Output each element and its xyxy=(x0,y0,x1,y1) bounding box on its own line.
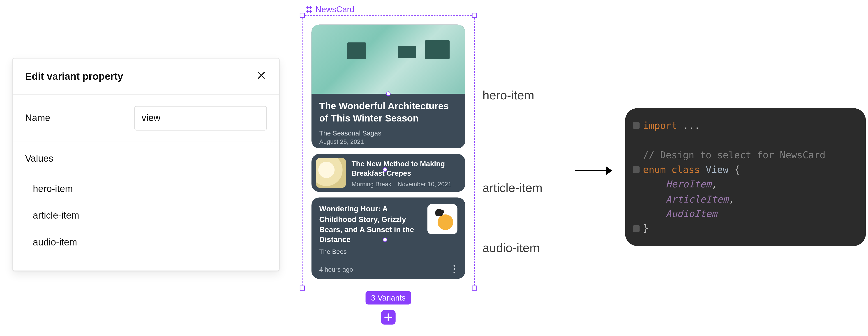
code-line: ArticleItem, xyxy=(631,192,860,206)
article-date: November 10, 2021 xyxy=(398,180,452,188)
hero-image xyxy=(311,25,465,94)
audio-title: Wondering Hour: A Childhood Story, Grizz… xyxy=(319,204,422,245)
article-source: Morning Break xyxy=(352,180,392,188)
annotation-audio: audio-item xyxy=(483,241,540,255)
more-icon[interactable] xyxy=(452,263,458,276)
value-item[interactable]: audio-item xyxy=(25,229,267,256)
audio-time: 4 hours ago xyxy=(319,266,353,273)
newscard-hero-variant[interactable]: The Wonderful Architectures of This Wint… xyxy=(311,25,465,148)
annotation-hero: hero-item xyxy=(483,88,534,103)
hero-date: August 25, 2021 xyxy=(319,138,458,145)
close-icon[interactable] xyxy=(256,70,267,83)
gutter-icon xyxy=(633,122,640,129)
article-thumbnail xyxy=(316,158,346,188)
audio-source: The Bees xyxy=(319,248,458,255)
selection-handle[interactable] xyxy=(300,286,305,290)
component-label[interactable]: NewsCard xyxy=(305,4,475,14)
code-line: } xyxy=(631,221,860,236)
selection-dot-icon[interactable] xyxy=(386,91,391,96)
code-line: enum class View { xyxy=(631,162,860,177)
audio-thumbnail xyxy=(427,204,457,234)
component-canvas: NewsCard The Wonderful Architectures of … xyxy=(302,4,475,288)
value-item[interactable]: hero-item xyxy=(25,176,267,202)
article-title: The New Method to Making Breakfast Crepe… xyxy=(352,159,461,178)
selection-handle[interactable] xyxy=(472,286,477,290)
value-item[interactable]: article-item xyxy=(25,202,267,229)
gutter-icon xyxy=(633,225,640,232)
arrow-icon xyxy=(574,165,613,176)
hero-source: The Seasonal Sagas xyxy=(319,130,458,138)
panel-title: Edit variant property xyxy=(25,71,123,82)
code-line: // Design to select for NewsCard xyxy=(631,148,860,162)
code-line xyxy=(631,133,860,148)
newscard-article-variant[interactable]: The New Method to Making Breakfast Crepe… xyxy=(311,154,465,192)
code-snippet: import ... // Design to select for NewsC… xyxy=(625,108,866,246)
gutter-icon xyxy=(633,166,640,173)
variants-badge[interactable]: 3 Variants xyxy=(365,291,411,304)
code-line: AudioItem xyxy=(631,206,860,221)
annotation-article: article-item xyxy=(483,180,542,195)
selection-handle[interactable] xyxy=(472,13,477,18)
name-label: Name xyxy=(25,113,123,124)
code-line: HeroItem, xyxy=(631,177,860,192)
edit-variant-panel: Edit variant property Name Values hero-i… xyxy=(12,58,280,271)
selection-handle[interactable] xyxy=(300,13,305,18)
hero-title: The Wonderful Architectures of This Wint… xyxy=(319,101,458,125)
values-heading: Values xyxy=(25,153,267,164)
newscard-audio-variant[interactable]: Wondering Hour: A Childhood Story, Grizz… xyxy=(311,198,465,279)
component-name: NewsCard xyxy=(315,4,354,14)
component-frame[interactable]: The Wonderful Architectures of This Wint… xyxy=(302,15,475,288)
name-input[interactable] xyxy=(134,106,267,131)
add-variant-button[interactable] xyxy=(381,310,396,325)
code-line: import ... xyxy=(631,118,860,133)
